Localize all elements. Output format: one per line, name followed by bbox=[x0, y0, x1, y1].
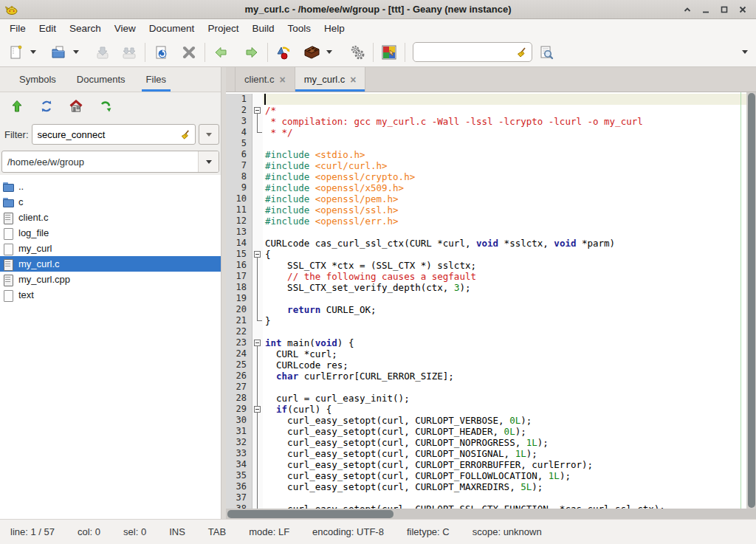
code-text: #include <openssl/pem.h> bbox=[263, 193, 746, 204]
reload-button[interactable] bbox=[150, 41, 172, 63]
sidebar-tab-symbols[interactable]: Symbols bbox=[9, 67, 66, 92]
line-number: 38 bbox=[226, 503, 252, 509]
open-file-dropdown[interactable] bbox=[69, 41, 83, 63]
clear-search-icon[interactable] bbox=[515, 46, 529, 59]
vertical-scrollbar-thumb[interactable] bbox=[748, 93, 755, 508]
sidebar-tab-files[interactable]: Files bbox=[136, 67, 176, 92]
code-line: 29 if(curl) { bbox=[226, 404, 746, 415]
fold-margin[interactable] bbox=[252, 404, 263, 415]
filter-history-dropdown[interactable] bbox=[199, 124, 219, 145]
code-line: 16 SSL_CTX *ctx = (SSL_CTX *) sslctx; bbox=[226, 260, 746, 271]
fold-line bbox=[257, 293, 258, 304]
line-number: 22 bbox=[226, 326, 252, 337]
new-file-button[interactable] bbox=[4, 41, 27, 63]
new-file-dropdown[interactable] bbox=[27, 41, 40, 63]
fold-margin[interactable] bbox=[252, 105, 263, 116]
filter-input[interactable] bbox=[38, 129, 180, 140]
minimize-button[interactable] bbox=[700, 4, 712, 16]
file-item-text[interactable]: text bbox=[0, 287, 221, 303]
menu-search[interactable]: Search bbox=[63, 21, 108, 36]
refresh-button[interactable] bbox=[37, 97, 56, 116]
code-span bbox=[265, 371, 276, 382]
file-item-log-file[interactable]: log_file bbox=[0, 225, 221, 241]
menu-view[interactable]: View bbox=[108, 21, 142, 36]
sidebar-tab-documents[interactable]: Documents bbox=[66, 67, 136, 92]
maximize-button[interactable] bbox=[718, 4, 730, 16]
fold-collapse-icon[interactable] bbox=[254, 340, 261, 346]
horizontal-scrollbar-thumb[interactable] bbox=[227, 510, 394, 518]
compile-button[interactable] bbox=[272, 41, 295, 63]
build-dropdown[interactable] bbox=[323, 41, 336, 63]
execute-button[interactable] bbox=[346, 41, 368, 63]
text-caret bbox=[264, 94, 266, 105]
follow-current-path-button[interactable] bbox=[96, 97, 115, 116]
file-item-my-curl[interactable]: my_curl bbox=[0, 241, 221, 256]
navigate-back-button[interactable] bbox=[210, 41, 232, 63]
editor-tab-client-c[interactable]: client.c× bbox=[235, 67, 295, 92]
line-number: 15 bbox=[226, 249, 252, 260]
navigate-forward-button[interactable] bbox=[241, 41, 263, 63]
code-line: 2/* bbox=[226, 105, 746, 116]
fold-corner bbox=[257, 320, 262, 321]
menu-document[interactable]: Document bbox=[142, 21, 202, 36]
toolbar-search-entry[interactable] bbox=[413, 42, 532, 62]
horizontal-scrollbar[interactable] bbox=[226, 509, 756, 519]
path-dropdown[interactable] bbox=[198, 151, 219, 172]
code-line: 25 CURLcode res; bbox=[226, 359, 746, 371]
file-item-[interactable]: .. bbox=[0, 179, 221, 194]
color-chooser-button[interactable] bbox=[378, 41, 400, 63]
path-combobox[interactable]: /home/ee/w/group bbox=[1, 151, 219, 173]
code-line: 20 return CURLE_OK; bbox=[226, 304, 746, 315]
close-tab-icon[interactable]: × bbox=[279, 75, 285, 85]
fold-collapse-icon[interactable] bbox=[254, 107, 261, 114]
menu-file[interactable]: File bbox=[3, 21, 32, 36]
file-item-client-c[interactable]: client.c bbox=[0, 210, 221, 225]
line-number: 20 bbox=[226, 304, 252, 315]
code-line: 18 SSL_CTX_set_verify_depth(ctx, 3); bbox=[226, 282, 746, 293]
line-number: 19 bbox=[226, 293, 252, 304]
file-item-my-curl-c[interactable]: my_curl.c bbox=[0, 256, 221, 272]
code-text: return CURLE_OK; bbox=[263, 304, 746, 315]
fold-margin bbox=[252, 448, 263, 459]
build-button[interactable] bbox=[300, 41, 323, 63]
code-line: 3 * compilation: gcc my_curl.c -Wall -ls… bbox=[226, 116, 746, 127]
line-number: 7 bbox=[226, 160, 252, 171]
menu-edit[interactable]: Edit bbox=[32, 21, 63, 36]
editor-tab-my-curl-c[interactable]: my_curl.c× bbox=[295, 67, 366, 92]
clear-filter-icon[interactable] bbox=[179, 128, 192, 141]
file-item-c[interactable]: c bbox=[0, 194, 221, 210]
file-list[interactable]: ..cclient.clog_filemy_curlmy_curl.cmy_cu… bbox=[0, 175, 221, 519]
fold-margin[interactable] bbox=[252, 337, 263, 348]
open-file-button[interactable] bbox=[47, 41, 69, 63]
code-text: * compilation: gcc my_curl.c -Wall -lssl… bbox=[263, 116, 746, 127]
close-document-button[interactable] bbox=[178, 41, 200, 63]
menu-tools[interactable]: Tools bbox=[281, 21, 317, 36]
editor-tabs: client.c×my_curl.c× bbox=[226, 67, 756, 92]
fold-margin bbox=[252, 293, 263, 304]
shade-button[interactable] bbox=[681, 4, 693, 16]
close-tab-icon[interactable]: × bbox=[350, 75, 356, 85]
fold-margin[interactable] bbox=[252, 249, 263, 260]
fold-collapse-icon[interactable] bbox=[254, 406, 261, 413]
up-directory-button[interactable] bbox=[7, 97, 27, 116]
syntax-n: 5L bbox=[520, 481, 532, 492]
filter-entry[interactable] bbox=[32, 124, 196, 145]
code-span: ); bbox=[459, 282, 470, 293]
vertical-scrollbar[interactable] bbox=[746, 92, 756, 509]
fold-collapse-icon[interactable] bbox=[254, 251, 261, 258]
fold-line bbox=[257, 415, 258, 426]
home-button[interactable] bbox=[66, 97, 86, 116]
code-span: curl_easy_setopt(curl, CURLOPT_MAXREDIRS… bbox=[265, 481, 520, 492]
menu-help[interactable]: Help bbox=[317, 21, 351, 36]
code-editor[interactable]: 12/*3 * compilation: gcc my_curl.c -Wall… bbox=[226, 92, 756, 509]
toolbar-search-input[interactable] bbox=[419, 47, 515, 58]
status-insert-mode: INS bbox=[169, 526, 185, 537]
syntax-s: <openssl/pem.h> bbox=[315, 193, 399, 204]
close-window-button[interactable] bbox=[737, 4, 749, 16]
menu-build[interactable]: Build bbox=[245, 21, 281, 36]
fold-line bbox=[257, 371, 258, 382]
menu-project[interactable]: Project bbox=[201, 21, 245, 36]
toolbar-overflow-button[interactable] bbox=[738, 41, 752, 63]
file-item-my-curl-cpp[interactable]: my_curl.cpp bbox=[0, 272, 221, 287]
find-button[interactable] bbox=[535, 41, 557, 63]
